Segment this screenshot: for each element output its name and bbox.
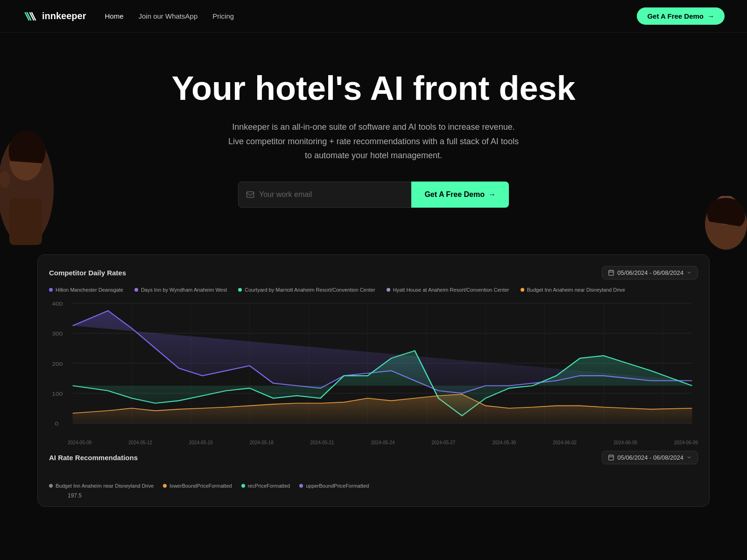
nav-pricing[interactable]: Pricing xyxy=(212,12,234,20)
ai-legend-dot-0 xyxy=(49,484,53,488)
ai-legend-item-0: Budget Inn Anaheim near Disneyland Drive xyxy=(49,483,154,489)
hero-demo-button[interactable]: Get A Free Demo → xyxy=(411,182,509,208)
hero-headline: Your hotel's AI front desk xyxy=(19,70,728,107)
navbar: innkeeper Home Join our WhatsApp Pricing… xyxy=(0,0,747,33)
legend-item-4: Budget Inn Anaheim near Disneyland Drive xyxy=(521,287,625,293)
chart1-x-axis: 2024-05-09 2024-05-12 2024-05-15 2024-05… xyxy=(49,438,698,451)
legend-label-1: Days Inn by Wyndham Anaheim West xyxy=(141,287,227,293)
chart2-date-range: 05/06/2024 - 06/08/2024 xyxy=(617,454,684,461)
email-input-wrapper xyxy=(238,182,411,208)
chart1-svg: 400 300 200 100 0 xyxy=(49,298,698,438)
chart1-header: Competitor Daily Rates 05/06/2024 - 06/0… xyxy=(49,266,698,280)
email-input[interactable] xyxy=(259,190,403,199)
logo-icon xyxy=(22,9,37,24)
svg-rect-6 xyxy=(247,192,254,197)
chart2-legend: Budget Inn Anaheim near Disneyland Drive… xyxy=(49,483,698,489)
svg-text:100: 100 xyxy=(52,391,63,397)
chart2-header: AI Rate Recommendations 05/06/2024 - 06/… xyxy=(49,451,698,476)
calendar-icon xyxy=(608,269,614,276)
legend-label-2: Courtyard by Marriott Anaheim Resort/Con… xyxy=(245,287,375,293)
chart2-title: AI Rate Recommendations xyxy=(49,454,138,462)
email-icon xyxy=(246,190,254,199)
ai-legend-item-3: upperBoundPriceFormatted xyxy=(299,483,369,489)
chevron-down-icon-2 xyxy=(686,455,692,460)
chart1-title: Competitor Daily Rates xyxy=(49,269,126,277)
nav-whatsapp[interactable]: Join our WhatsApp xyxy=(139,12,198,20)
legend-label-3: Hyatt House at Anaheim Resort/Convention… xyxy=(393,287,509,293)
svg-rect-2 xyxy=(9,198,42,245)
legend-label-0: Hilton Manchester Deansgate xyxy=(56,287,123,293)
ai-legend-label-3: upperBoundPriceFormatted xyxy=(306,483,369,489)
hero-section: Your hotel's AI front desk Innkeeper is … xyxy=(0,33,747,254)
svg-rect-31 xyxy=(609,455,614,461)
legend-dot-0 xyxy=(49,288,53,292)
dashboard-section: Competitor Daily Rates 05/06/2024 - 06/0… xyxy=(37,254,710,507)
legend-dot-4 xyxy=(521,288,524,292)
svg-text:400: 400 xyxy=(52,301,63,307)
dashboard-card: Competitor Daily Rates 05/06/2024 - 06/0… xyxy=(37,254,710,507)
nav-home[interactable]: Home xyxy=(105,12,123,20)
legend-item-2: Courtyard by Marriott Anaheim Resort/Con… xyxy=(238,287,375,293)
ai-legend-dot-2 xyxy=(241,484,245,488)
hero-form: Get A Free Demo → xyxy=(238,182,509,208)
decorative-figure-left xyxy=(0,124,56,254)
legend-dot-3 xyxy=(387,288,390,292)
hero-description: Innkeeper is an all-in-one suite of soft… xyxy=(224,120,523,163)
ai-legend-item-2: recPriceFormatted xyxy=(241,483,290,489)
chart1-legend: Hilton Manchester Deansgate Days Inn by … xyxy=(49,287,698,293)
arrow-icon: → xyxy=(488,190,496,199)
legend-label-4: Budget Inn Anaheim near Disneyland Drive xyxy=(527,287,625,293)
arrow-icon: → xyxy=(707,12,714,20)
legend-item-3: Hyatt House at Anaheim Resort/Convention… xyxy=(387,287,509,293)
svg-text:0: 0 xyxy=(55,420,59,427)
svg-text:300: 300 xyxy=(52,330,63,337)
ai-legend-item-1: lowerBoundPriceFormatted xyxy=(163,483,232,489)
chart2-date-badge[interactable]: 05/06/2024 - 06/08/2024 xyxy=(602,451,698,464)
ai-legend-label-0: Budget Inn Anaheim near Disneyland Drive xyxy=(56,483,154,489)
legend-item-1: Days Inn by Wyndham Anaheim West xyxy=(134,287,227,293)
legend-dot-1 xyxy=(134,288,138,292)
chart1-container: 400 300 200 100 0 xyxy=(49,298,698,438)
ai-legend-label-1: lowerBoundPriceFormatted xyxy=(169,483,232,489)
svg-text:200: 200 xyxy=(52,361,63,367)
ai-legend-label-2: recPriceFormatted xyxy=(248,483,290,489)
chart2-first-value: 197.5 xyxy=(49,492,698,503)
ai-legend-dot-1 xyxy=(163,484,167,488)
logo-link[interactable]: innkeeper xyxy=(22,9,86,24)
svg-rect-7 xyxy=(609,271,614,276)
legend-dot-2 xyxy=(238,288,242,292)
nav-demo-button[interactable]: Get A Free Demo → xyxy=(637,7,725,25)
chevron-down-icon xyxy=(686,270,692,275)
logo-text: innkeeper xyxy=(42,11,86,21)
legend-item-0: Hilton Manchester Deansgate xyxy=(49,287,123,293)
chart1-date-range: 05/06/2024 - 06/08/2024 xyxy=(617,269,684,276)
chart1-date-badge[interactable]: 05/06/2024 - 06/08/2024 xyxy=(602,266,698,280)
ai-legend-dot-3 xyxy=(299,484,303,488)
calendar-icon-2 xyxy=(608,454,614,461)
